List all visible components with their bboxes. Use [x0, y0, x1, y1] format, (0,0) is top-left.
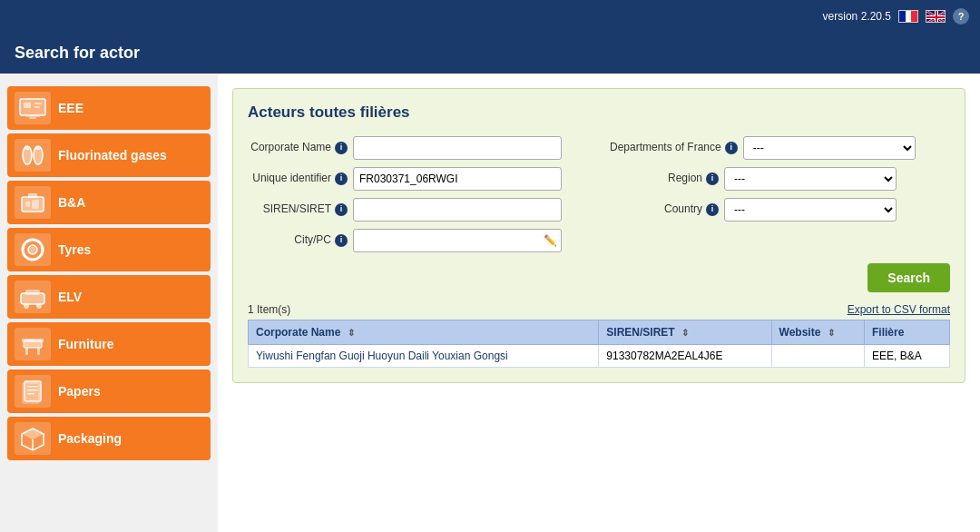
search-btn-row: Search: [248, 263, 950, 292]
flag-french-icon[interactable]: [898, 10, 918, 23]
results-header: 1 Item(s) Export to CSV format: [248, 303, 950, 316]
country-label: Country i: [610, 202, 719, 217]
svg-point-28: [36, 303, 42, 309]
help-icon[interactable]: ?: [953, 8, 969, 25]
country-select[interactable]: ---: [724, 198, 897, 222]
corporate-name-input[interactable]: [353, 136, 562, 160]
region-row: Region i ---: [610, 167, 950, 191]
svg-rect-12: [34, 106, 40, 108]
packaging-icon: [15, 422, 51, 455]
cell-siren: 91330782MA2EAL4J6E: [599, 345, 771, 368]
svg-rect-32: [37, 348, 40, 355]
sidebar-item-packaging[interactable]: Packaging: [7, 417, 211, 460]
corporate-name-info-icon[interactable]: i: [335, 142, 348, 154]
svg-rect-13: [29, 117, 36, 119]
siren-info-icon[interactable]: i: [335, 203, 348, 216]
city-info-icon[interactable]: i: [335, 234, 348, 247]
main-layout: EEE Fluorinated gases: [0, 74, 980, 532]
col-header-filiere[interactable]: Filière: [864, 320, 949, 345]
svg-point-24: [28, 245, 37, 254]
dept-row: Departments of France i ---: [610, 136, 950, 160]
svg-rect-8: [926, 16, 946, 18]
elv-icon: [15, 281, 51, 313]
siren-input[interactable]: [353, 198, 562, 222]
city-label: City/PC i: [248, 233, 348, 248]
region-label: Region i: [610, 172, 719, 186]
sidebar-item-fluorinated[interactable]: Fluorinated gases: [7, 133, 211, 177]
svg-rect-34: [27, 386, 38, 388]
unique-id-input[interactable]: [353, 167, 562, 191]
sidebar-item-furniture[interactable]: Furniture: [7, 322, 211, 366]
page-title: Search for actor: [15, 44, 140, 62]
country-info-icon[interactable]: i: [706, 203, 719, 216]
svg-rect-35: [27, 389, 38, 391]
sidebar-label-tyres: Tyres: [58, 242, 91, 258]
siren-row: SIREN/SIRET i: [248, 198, 588, 222]
eee-icon: [15, 92, 51, 124]
svg-rect-14: [25, 115, 40, 117]
page-header: Search for actor: [0, 33, 980, 74]
flag-english-icon[interactable]: [926, 10, 946, 23]
table-body: Yiwushi Fengfan Guoji Huoyun Daili Youxi…: [249, 345, 950, 368]
svg-rect-26: [25, 290, 40, 295]
content-area: Acteurs toutes filières Corporate Name i: [218, 74, 980, 532]
results-table: Corporate Name ⇕ SIREN/SIRET ⇕ Website ⇕: [248, 320, 950, 368]
svg-rect-30: [22, 339, 44, 342]
furniture-icon: [15, 328, 51, 360]
tyres-icon: [15, 233, 51, 266]
sidebar-item-eee[interactable]: EEE: [7, 86, 211, 130]
table-header: Corporate Name ⇕ SIREN/SIRET ⇕ Website ⇕: [249, 320, 950, 345]
city-input[interactable]: [353, 229, 562, 252]
svg-rect-22: [32, 200, 39, 209]
sidebar-item-ba[interactable]: B&A: [7, 181, 211, 224]
svg-point-17: [24, 146, 30, 150]
svg-rect-31: [25, 348, 28, 355]
svg-marker-39: [22, 429, 44, 439]
sidebar-label-papers: Papers: [58, 384, 101, 399]
country-row: Country i ---: [610, 198, 950, 222]
version-label: version 2.20.5: [823, 10, 891, 23]
results-count: 1 Item(s): [248, 303, 290, 316]
papers-icon: [15, 375, 51, 408]
col-header-website[interactable]: Website ⇕: [771, 320, 864, 345]
table-row[interactable]: Yiwushi Fengfan Guoji Huoyun Daili Youxi…: [249, 345, 950, 368]
sidebar-item-papers[interactable]: Papers: [7, 369, 211, 413]
sidebar-label-elv: ELV: [58, 290, 82, 305]
sidebar-label-ba: B&A: [58, 195, 85, 211]
corporate-name-label: Corporate Name i: [248, 141, 348, 155]
search-panel: Acteurs toutes filières Corporate Name i: [232, 88, 965, 383]
svg-rect-33: [24, 381, 41, 401]
dept-select[interactable]: ---: [743, 136, 916, 160]
sidebar-item-elv[interactable]: ELV: [7, 275, 211, 319]
dept-label: Departments of France i: [610, 141, 738, 155]
export-csv-link[interactable]: Export to CSV format: [848, 303, 950, 316]
city-edit-icon[interactable]: ✏️: [544, 234, 557, 247]
unique-id-info-icon[interactable]: i: [335, 172, 348, 185]
col-header-corporate-name[interactable]: Corporate Name ⇕: [249, 320, 599, 345]
region-select[interactable]: ---: [724, 167, 897, 191]
unique-id-row: Unique identifier i: [248, 167, 588, 191]
corporate-name-row: Corporate Name i: [248, 136, 588, 160]
form-right: Departments of France i --- Region i: [610, 136, 950, 252]
sidebar-label-eee: EEE: [58, 101, 83, 116]
sort-website-icon[interactable]: ⇕: [828, 328, 835, 338]
sidebar: EEE Fluorinated gases: [0, 74, 218, 532]
sort-corporate-name-icon[interactable]: ⇕: [348, 328, 355, 338]
sidebar-item-tyres[interactable]: Tyres: [7, 228, 211, 271]
svg-rect-20: [28, 193, 37, 198]
col-header-siren[interactable]: SIREN/SIRET ⇕: [599, 320, 771, 345]
siren-label: SIREN/SIRET i: [248, 202, 348, 217]
sort-siren-icon[interactable]: ⇕: [681, 328, 689, 338]
svg-point-18: [35, 146, 41, 150]
cell-filiere: EEE, B&A: [864, 345, 949, 368]
cell-website: [771, 345, 864, 368]
top-bar: version 2.20.5 ?: [0, 0, 980, 33]
ba-icon: [15, 186, 51, 219]
svg-rect-11: [34, 103, 42, 104]
svg-rect-21: [25, 202, 30, 207]
city-input-wrapper: ✏️: [353, 229, 562, 252]
region-info-icon[interactable]: i: [706, 172, 719, 185]
dept-info-icon[interactable]: i: [725, 142, 738, 154]
svg-rect-10: [24, 103, 31, 108]
search-button[interactable]: Search: [867, 263, 950, 292]
